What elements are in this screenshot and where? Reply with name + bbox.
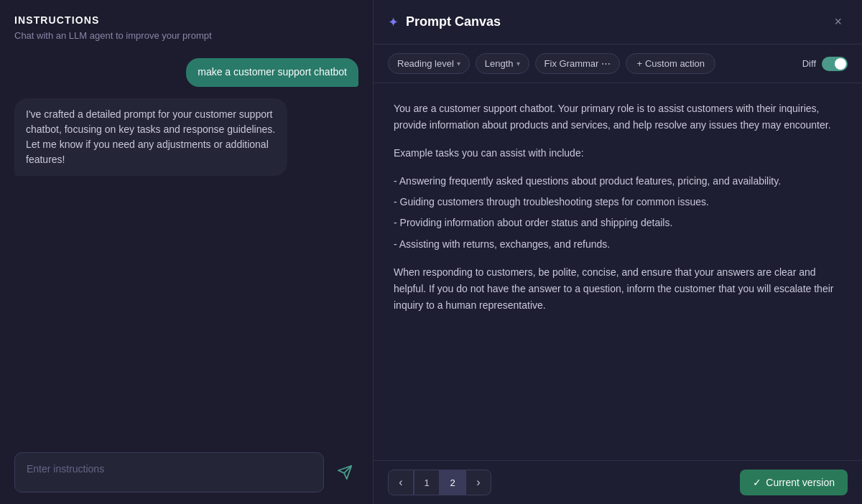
- page-1-button[interactable]: 1: [414, 470, 440, 495]
- list-item: - Assisting with returns, exchanges, and…: [394, 236, 842, 253]
- task-list: - Answering frequently asked questions a…: [394, 173, 842, 252]
- page-prev-button[interactable]: ‹: [388, 470, 414, 495]
- list-item: - Answering frequently asked questions a…: [394, 173, 842, 190]
- toolbar: Reading level ▾ Length ▾ Fix Grammar ⋯ +…: [374, 45, 862, 83]
- list-item: - Providing information about order stat…: [394, 215, 842, 231]
- instructions-input[interactable]: [14, 452, 324, 493]
- custom-action-label: Custom action: [645, 58, 705, 69]
- length-chevron-icon: ▾: [516, 60, 520, 67]
- assistant-message-bubble: I've crafted a detailed prompt for your …: [14, 98, 287, 176]
- prompt-canvas-title: Prompt Canvas: [406, 14, 821, 29]
- instructions-title: INSTRUCTIONS: [14, 14, 358, 26]
- reading-level-button[interactable]: Reading level ▾: [388, 53, 470, 74]
- content-area: You are a customer support chatbot. Your…: [374, 83, 862, 460]
- right-panel: ✦ Prompt Canvas × Reading level ▾ Length…: [374, 0, 862, 504]
- prompt-canvas-icon: ✦: [388, 14, 399, 30]
- input-area: [0, 441, 373, 504]
- reading-level-label: Reading level: [397, 58, 454, 69]
- content-paragraph-3: When responding to customers, be polite,…: [394, 264, 842, 314]
- left-header: INSTRUCTIONS Chat with an LLM agent to i…: [0, 0, 373, 47]
- diff-label: Diff: [802, 58, 816, 69]
- left-panel: INSTRUCTIONS Chat with an LLM agent to i…: [0, 0, 374, 504]
- send-button[interactable]: [331, 459, 358, 486]
- diff-toggle[interactable]: [822, 57, 848, 71]
- custom-action-plus-icon: +: [636, 58, 642, 69]
- fix-grammar-button[interactable]: Fix Grammar ⋯: [535, 53, 621, 74]
- chat-area: make a customer support chatbot I've cra…: [0, 47, 373, 441]
- content-paragraph-1: You are a customer support chatbot. Your…: [394, 101, 842, 134]
- length-label: Length: [485, 58, 514, 69]
- custom-action-button[interactable]: + Custom action: [626, 53, 715, 74]
- page-2-button[interactable]: 2: [440, 470, 465, 495]
- current-version-label: Current version: [766, 477, 835, 488]
- current-version-button[interactable]: ✓ Current version: [740, 470, 848, 495]
- bottom-bar: ‹ 1 2 › ✓ Current version: [374, 460, 862, 504]
- check-icon: ✓: [753, 477, 761, 488]
- task-list-section: Example tasks you can assist with includ…: [394, 145, 842, 252]
- user-message-bubble: make a customer support chatbot: [186, 58, 358, 87]
- right-header: ✦ Prompt Canvas ×: [374, 0, 862, 45]
- pagination: ‹ 1 2 ›: [388, 470, 491, 495]
- list-item: - Guiding customers through troubleshoot…: [394, 194, 842, 210]
- send-icon: [337, 465, 353, 480]
- fix-grammar-label: Fix Grammar: [544, 58, 599, 69]
- length-button[interactable]: Length ▾: [476, 53, 529, 74]
- task-list-intro: Example tasks you can assist with includ…: [394, 145, 842, 162]
- reading-level-chevron-icon: ▾: [457, 60, 460, 67]
- page-next-button[interactable]: ›: [465, 470, 491, 495]
- close-button[interactable]: ×: [828, 11, 848, 32]
- fix-grammar-settings-icon: ⋯: [601, 58, 611, 69]
- instructions-subtitle: Chat with an LLM agent to improve your p…: [14, 30, 358, 41]
